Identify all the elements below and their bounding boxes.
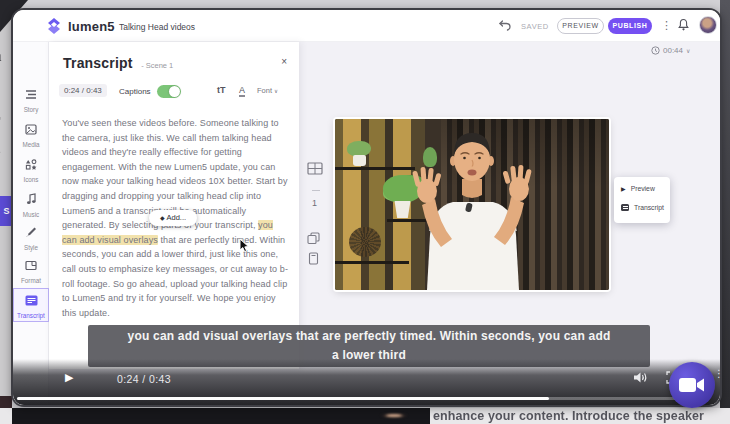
clock-icon xyxy=(651,46,660,55)
delete-scene-icon[interactable] xyxy=(308,252,319,265)
panel-title: Transcript xyxy=(63,55,133,71)
icons-icon xyxy=(25,159,37,170)
captions-label: Captions xyxy=(119,87,151,96)
text-color-button[interactable]: A xyxy=(239,85,245,97)
app-header: lumen5 Talking Head videos SAVED PREVIEW… xyxy=(13,10,722,42)
background-page-bottom: enhance your content. Introduce the spea… xyxy=(0,408,730,424)
presenter-person xyxy=(335,119,609,290)
media-icon xyxy=(25,124,37,135)
story-icon xyxy=(25,89,37,100)
notifications-bell-icon[interactable] xyxy=(677,18,690,32)
add-button-label: Add... xyxy=(167,213,187,222)
sidebar-label: Story xyxy=(13,106,49,113)
sparkle-icon: ◆ xyxy=(160,215,165,221)
background-glyph: r xyxy=(0,110,11,130)
chevron-down-icon: ∨ xyxy=(686,47,690,54)
duplicate-scene-icon[interactable] xyxy=(307,232,320,245)
scene-duration-chip[interactable]: 00:44 ∨ xyxy=(651,46,690,55)
sidebar-label: Media xyxy=(13,141,49,148)
sidebar-item-style[interactable]: Style xyxy=(13,224,49,251)
project-title[interactable]: Talking Head videos xyxy=(119,22,195,32)
saved-status: SAVED xyxy=(521,22,549,31)
sidebar-label: Format xyxy=(13,277,49,284)
sidebar-item-story[interactable]: Story xyxy=(13,86,49,113)
preview-button[interactable]: PREVIEW xyxy=(557,18,604,34)
font-dropdown[interactable]: Font ∨ xyxy=(257,86,278,95)
style-icon xyxy=(25,226,37,238)
sidebar-item-transcript[interactable]: Transcript xyxy=(13,288,49,322)
music-icon xyxy=(26,193,37,205)
caption-line-1: you can add visual overlays that are per… xyxy=(88,327,650,346)
background-glyph: a xyxy=(0,46,11,66)
background-glyph: e xyxy=(0,142,11,162)
user-avatar[interactable] xyxy=(699,16,717,34)
panel-scene-label: - Scene 1 xyxy=(141,61,173,70)
layout-picker-icon[interactable] xyxy=(307,162,323,175)
sidebar-item-format[interactable]: Format xyxy=(13,257,49,284)
widget-kebab-icon[interactable]: ⋮ xyxy=(714,368,724,379)
context-menu: ▶ Preview Transcript xyxy=(614,177,670,223)
scene-number: 1 xyxy=(312,198,317,208)
transcript-panel-header: Transcript - Scene 1 × xyxy=(63,54,289,72)
toggle-knob xyxy=(169,86,180,97)
background-glyph: f xyxy=(0,78,11,98)
background-face-blur xyxy=(352,410,422,424)
lumen5-logo[interactable]: lumen5 xyxy=(46,18,115,34)
text-size-button[interactable]: tT xyxy=(217,85,226,95)
transcript-icon xyxy=(25,295,38,306)
duration-value: 00:44 xyxy=(663,46,683,55)
tool-sidebar: Story Media Icons xyxy=(13,42,49,407)
sidebar-label: Transcript xyxy=(13,312,49,319)
sidebar-item-icons[interactable]: Icons xyxy=(13,156,49,183)
menu-item-preview[interactable]: ▶ Preview xyxy=(621,185,655,192)
add-overlay-button[interactable]: ◆Add... xyxy=(149,210,197,226)
more-options-icon[interactable]: ⋮ xyxy=(661,19,672,32)
captions-toggle[interactable] xyxy=(157,85,181,98)
video-camera-icon xyxy=(678,375,706,395)
menu-item-label: Preview xyxy=(631,185,655,192)
close-icon[interactable]: × xyxy=(281,56,287,67)
undo-icon[interactable] xyxy=(498,19,512,33)
player-controls-bar: ▶ 0:24 / 0:43 xyxy=(13,359,722,405)
chat-widget-bubble[interactable] xyxy=(669,362,715,408)
transcript-text-after: that are perfectly timed. Within seconds… xyxy=(62,235,288,318)
video-player-frame: lumen5 Talking Head videos SAVED PREVIEW… xyxy=(11,8,722,407)
transcript-doc-icon xyxy=(621,204,629,211)
mouse-cursor xyxy=(239,238,250,253)
logo-text: lumen5 xyxy=(68,19,115,34)
sidebar-label: Music xyxy=(13,211,49,218)
format-icon xyxy=(25,260,37,271)
font-dropdown-label: Font xyxy=(257,86,272,95)
player-time: 0:24 / 0:43 xyxy=(117,373,171,385)
play-button[interactable]: ▶ xyxy=(65,371,73,384)
lumen5-logo-icon xyxy=(46,18,62,34)
scene-video[interactable] xyxy=(335,119,609,290)
player-progress-bar[interactable] xyxy=(17,397,699,401)
sidebar-label: Style xyxy=(13,244,49,251)
sidebar-item-music[interactable]: Music xyxy=(13,191,49,218)
volume-icon[interactable] xyxy=(633,371,648,384)
menu-item-label: Transcript xyxy=(634,204,664,211)
sidebar-label: Icons xyxy=(13,176,49,183)
background-video-thumbnail xyxy=(12,408,430,424)
screenshot-stage: a f r e S enhance your content. Introduc… xyxy=(0,0,730,424)
transcript-controls: 0:24 / 0:43 Captions tT A Font ∨ xyxy=(59,84,291,100)
scene-time-badge: 0:24 / 0:43 xyxy=(59,84,107,97)
play-icon: ▶ xyxy=(621,185,626,192)
sidebar-item-media[interactable]: Media xyxy=(13,121,49,148)
transcript-panel: Transcript - Scene 1 × 0:24 / 0:43 Capti… xyxy=(49,42,299,369)
background-page-text: enhance your content. Introduce the spea… xyxy=(433,409,723,423)
publish-button[interactable]: PUBLISH xyxy=(608,18,652,34)
chevron-down-icon: ∨ xyxy=(274,88,278,94)
menu-item-transcript[interactable]: Transcript xyxy=(621,204,664,211)
scene-divider xyxy=(312,190,320,191)
player-progress-fill xyxy=(17,397,549,401)
